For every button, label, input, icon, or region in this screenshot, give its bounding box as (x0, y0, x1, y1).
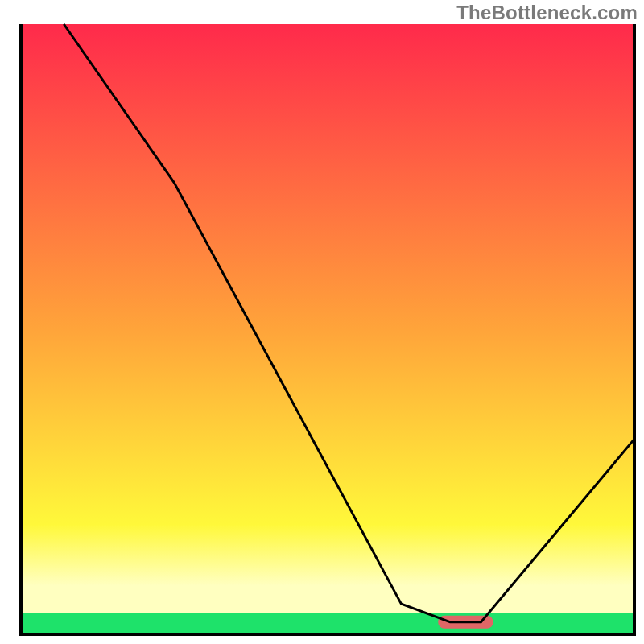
bottleneck-chart (0, 0, 644, 644)
plot-area (21, 24, 634, 634)
chart-stage: TheBottleneck.com (0, 0, 644, 644)
